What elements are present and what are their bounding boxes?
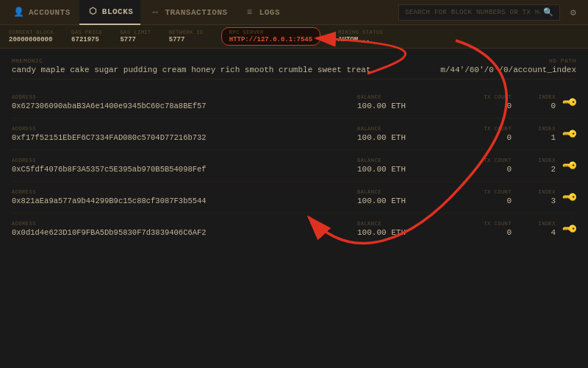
settings-button[interactable]: ⚙	[564, 4, 582, 21]
address-value: 0xf17f52151EbEF6C7334FAD080c5704D77216b7…	[12, 133, 357, 142]
key-icon: 🔑	[561, 124, 578, 142]
top-navigation: 👤 Accounts ⬡ Blocks ↔ Transactions ≡ Log…	[0, 0, 588, 25]
index-section: INDEX 0	[512, 94, 556, 110]
key-icon: 🔑	[561, 219, 578, 237]
index-section: INDEX 2	[512, 158, 556, 174]
current-block-label: CURRENT BLOCK	[9, 29, 54, 35]
hd-path-label: HD PATH	[440, 57, 576, 64]
account-row: ADDRESS 0x627306090abaB3A6e1400e9345bC60…	[12, 87, 576, 118]
address-section: ADDRESS 0xC5fdf4076b8F3A5357c5E395ab970B…	[12, 158, 357, 174]
tx-count-label: TX COUNT	[453, 221, 512, 227]
address-value: 0x627306090abaB3A6e1400e9345bC60c78a8BEf…	[12, 102, 357, 110]
blocks-icon: ⬡	[87, 6, 98, 18]
key-icon: 🔑	[561, 156, 578, 174]
address-value: 0xC5fdf4076b8F3A5357c5E395ab970B5B54098F…	[12, 165, 357, 174]
index-label: INDEX	[512, 221, 556, 227]
index-value: 3	[512, 197, 556, 205]
balance-section: BALANCE 100.00 ETH	[357, 158, 453, 174]
address-value: 0x0d1d4e623D10F9FBA5Db95830F7d3839406C6A…	[12, 228, 357, 237]
gas-price-value: 6721975	[71, 36, 102, 43]
balance-section: BALANCE 100.00 ETH	[357, 221, 453, 237]
index-value: 0	[512, 102, 556, 110]
balance-value: 100.00 ETH	[357, 133, 453, 142]
balance-value: 100.00 ETH	[357, 228, 453, 237]
balance-section: BALANCE 100.00 ETH	[357, 189, 453, 205]
address-label: ADDRESS	[12, 221, 357, 227]
nav-item-accounts[interactable]: 👤 Accounts	[6, 0, 78, 25]
nav-item-blocks[interactable]: ⬡ Blocks	[79, 0, 141, 25]
balance-value: 100.00 ETH	[357, 102, 453, 110]
balance-label: BALANCE	[357, 158, 453, 163]
nav-logs-label: Logs	[259, 8, 280, 17]
network-id-value: 5777	[169, 36, 204, 43]
balance-section: BALANCE 100.00 ETH	[357, 126, 453, 142]
tx-count-label: TX COUNT	[453, 126, 512, 132]
mnemonic-row: MNEMONIC candy maple cake sugar pudding …	[12, 57, 576, 79]
index-section: INDEX 1	[512, 126, 556, 142]
tx-count-value: 0	[453, 102, 512, 110]
tx-count-section: TX COUNT 0	[453, 158, 512, 174]
search-box: 🔍	[398, 4, 560, 21]
nav-item-transactions[interactable]: ↔ Transactions	[142, 0, 234, 25]
rpc-server-value: HTTP://127.0.0.1:7545	[229, 36, 312, 43]
account-row: ADDRESS 0x0d1d4e623D10F9FBA5Db95830F7d38…	[12, 213, 576, 244]
search-input[interactable]	[405, 9, 540, 16]
status-bar: CURRENT BLOCK 20000000000 GAS PRICE 6721…	[0, 25, 588, 49]
mnemonic-value: candy maple cake sugar pudding cream hon…	[12, 66, 370, 74]
index-label: INDEX	[512, 94, 556, 100]
search-icon: 🔍	[543, 7, 553, 17]
index-label: INDEX	[512, 158, 556, 163]
hd-path-value: m/44'/60'/0'/0/account_index	[440, 66, 576, 74]
tx-count-label: TX COUNT	[453, 158, 512, 163]
address-section: ADDRESS 0x627306090abaB3A6e1400e9345bC60…	[12, 94, 357, 110]
status-network-id: NETWORK ID 5777	[169, 29, 204, 43]
address-section: ADDRESS 0x0d1d4e623D10F9FBA5Db95830F7d38…	[12, 221, 357, 237]
hd-path-section: HD PATH m/44'/60'/0'/0/account_index	[440, 57, 576, 74]
index-section: INDEX 4	[512, 221, 556, 237]
status-rpc-server: RPC SERVER HTTP://127.0.0.1:7545	[221, 27, 320, 46]
gas-limit-label: GAS LIMIT	[120, 29, 151, 35]
nav-blocks-label: Blocks	[102, 7, 134, 16]
key-button[interactable]: 🔑	[556, 159, 576, 172]
account-row: ADDRESS 0xC5fdf4076b8F3A5357c5E395ab970B…	[12, 150, 576, 182]
tx-count-value: 0	[453, 197, 512, 205]
accounts-icon: 👤	[13, 7, 25, 18]
address-section: ADDRESS 0x821aEa9a577a9b44299B9c15c88cf3…	[12, 189, 357, 205]
status-current-block: CURRENT BLOCK 20000000000	[9, 29, 54, 43]
tx-count-section: TX COUNT 0	[453, 126, 512, 142]
status-gas-price: GAS PRICE 6721975	[71, 29, 102, 43]
balance-value: 100.00 ETH	[357, 197, 453, 205]
balance-label: BALANCE	[357, 94, 453, 100]
network-id-label: NETWORK ID	[169, 29, 204, 35]
nav-item-logs[interactable]: ≡ Logs	[237, 0, 287, 25]
gas-price-label: GAS PRICE	[71, 29, 102, 35]
rpc-server-label: RPC SERVER	[229, 29, 312, 35]
address-label: ADDRESS	[12, 94, 357, 100]
tx-count-section: TX COUNT 0	[453, 189, 512, 205]
key-button[interactable]: 🔑	[556, 127, 576, 141]
address-section: ADDRESS 0xf17f52151EbEF6C7334FAD080c5704…	[12, 126, 357, 142]
mnemonic-section: MNEMONIC candy maple cake sugar pudding …	[12, 57, 370, 74]
key-icon: 🔑	[561, 188, 578, 205]
balance-section: BALANCE 100.00 ETH	[357, 94, 453, 110]
balance-label: BALANCE	[357, 221, 453, 227]
transactions-icon: ↔	[149, 7, 161, 18]
address-label: ADDRESS	[12, 126, 357, 132]
tx-count-section: TX COUNT 0	[453, 94, 512, 110]
key-icon: 🔑	[561, 93, 578, 110]
key-button[interactable]: 🔑	[556, 191, 576, 204]
tx-count-value: 0	[453, 228, 512, 237]
address-value: 0x821aEa9a577a9b44299B9c15c88cf3087F3b55…	[12, 197, 357, 205]
gas-limit-value: 5777	[120, 36, 151, 43]
address-label: ADDRESS	[12, 189, 357, 195]
logs-icon: ≡	[244, 7, 256, 18]
index-value: 4	[512, 228, 556, 237]
balance-label: BALANCE	[357, 126, 453, 132]
gear-icon: ⚙	[570, 7, 576, 18]
index-label: INDEX	[512, 126, 556, 132]
balance-value: 100.00 ETH	[357, 165, 453, 174]
account-row: ADDRESS 0xf17f52151EbEF6C7334FAD080c5704…	[12, 118, 576, 150]
key-button[interactable]: 🔑	[556, 222, 576, 236]
key-button[interactable]: 🔑	[556, 96, 576, 109]
nav-transactions-label: Transactions	[165, 8, 227, 17]
